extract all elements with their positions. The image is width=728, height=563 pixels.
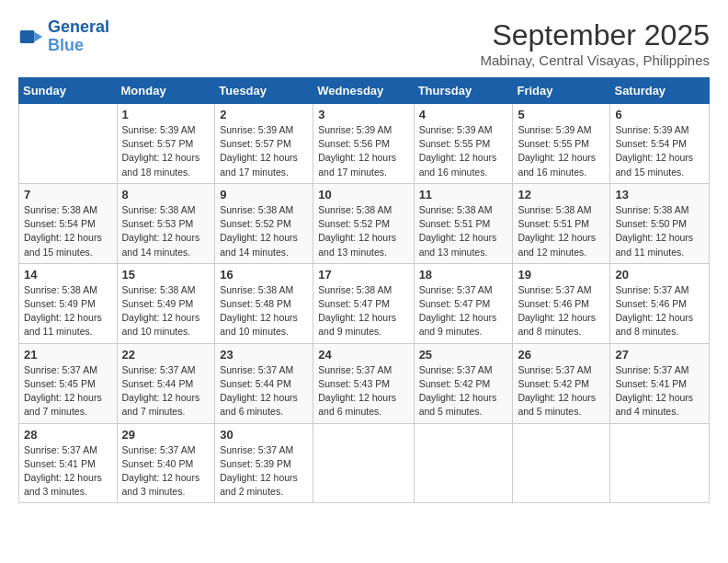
calendar-cell xyxy=(414,423,513,503)
day-number: 1 xyxy=(122,108,210,121)
day-info: Sunrise: 5:39 AM Sunset: 5:57 PM Dayligh… xyxy=(220,123,308,179)
day-number: 19 xyxy=(518,268,605,282)
calendar-cell: 14Sunrise: 5:38 AM Sunset: 5:49 PM Dayli… xyxy=(19,263,118,343)
day-number: 18 xyxy=(419,268,508,282)
weekday-header-tuesday: Tuesday xyxy=(215,78,313,104)
day-info: Sunrise: 5:38 AM Sunset: 5:51 PM Dayligh… xyxy=(518,203,605,259)
calendar-table: SundayMondayTuesdayWednesdayThursdayFrid… xyxy=(18,77,710,503)
day-info: Sunrise: 5:38 AM Sunset: 5:47 PM Dayligh… xyxy=(318,283,408,339)
calendar-cell xyxy=(19,104,118,184)
day-number: 11 xyxy=(419,188,508,201)
day-number: 20 xyxy=(615,268,704,282)
day-number: 22 xyxy=(122,348,210,362)
calendar-week-2: 7Sunrise: 5:38 AM Sunset: 5:54 PM Daylig… xyxy=(19,183,710,263)
day-number: 14 xyxy=(24,268,112,282)
weekday-header-friday: Friday xyxy=(513,78,610,104)
calendar-cell: 28Sunrise: 5:37 AM Sunset: 5:41 PM Dayli… xyxy=(19,423,118,503)
logo-icon xyxy=(18,24,44,50)
calendar-cell: 3Sunrise: 5:39 AM Sunset: 5:56 PM Daylig… xyxy=(313,104,414,184)
calendar-week-4: 21Sunrise: 5:37 AM Sunset: 5:45 PM Dayli… xyxy=(19,343,710,423)
location-title: Mabinay, Central Visayas, Philippines xyxy=(480,52,710,68)
calendar-cell: 27Sunrise: 5:37 AM Sunset: 5:41 PM Dayli… xyxy=(610,343,710,423)
calendar-cell: 10Sunrise: 5:38 AM Sunset: 5:52 PM Dayli… xyxy=(313,183,414,263)
calendar-cell: 7Sunrise: 5:38 AM Sunset: 5:54 PM Daylig… xyxy=(19,183,118,263)
day-info: Sunrise: 5:39 AM Sunset: 5:56 PM Dayligh… xyxy=(318,123,408,179)
day-number: 15 xyxy=(122,268,210,282)
day-info: Sunrise: 5:39 AM Sunset: 5:55 PM Dayligh… xyxy=(518,123,605,179)
calendar-cell: 4Sunrise: 5:39 AM Sunset: 5:55 PM Daylig… xyxy=(414,104,513,184)
calendar-cell: 18Sunrise: 5:37 AM Sunset: 5:47 PM Dayli… xyxy=(414,263,513,343)
day-number: 28 xyxy=(24,428,112,442)
day-number: 29 xyxy=(122,428,210,442)
day-info: Sunrise: 5:37 AM Sunset: 5:42 PM Dayligh… xyxy=(518,363,605,419)
weekday-header-wednesday: Wednesday xyxy=(313,78,414,104)
day-info: Sunrise: 5:38 AM Sunset: 5:53 PM Dayligh… xyxy=(122,203,210,259)
day-number: 7 xyxy=(24,188,112,201)
day-number: 4 xyxy=(419,108,508,121)
day-number: 24 xyxy=(318,348,408,362)
day-info: Sunrise: 5:38 AM Sunset: 5:50 PM Dayligh… xyxy=(615,203,704,259)
day-info: Sunrise: 5:38 AM Sunset: 5:52 PM Dayligh… xyxy=(318,203,408,259)
day-info: Sunrise: 5:37 AM Sunset: 5:45 PM Dayligh… xyxy=(24,363,112,419)
calendar-cell: 16Sunrise: 5:38 AM Sunset: 5:48 PM Dayli… xyxy=(215,263,313,343)
weekday-header-row: SundayMondayTuesdayWednesdayThursdayFrid… xyxy=(19,78,710,104)
calendar-week-1: 1Sunrise: 5:39 AM Sunset: 5:57 PM Daylig… xyxy=(19,104,710,184)
day-number: 21 xyxy=(24,348,112,362)
weekday-header-monday: Monday xyxy=(117,78,215,104)
weekday-header-sunday: Sunday xyxy=(19,78,118,104)
day-info: Sunrise: 5:38 AM Sunset: 5:54 PM Dayligh… xyxy=(24,203,112,259)
title-section: September 2025 Mabinay, Central Visayas,… xyxy=(480,18,710,68)
day-number: 6 xyxy=(615,108,704,121)
calendar-cell: 17Sunrise: 5:38 AM Sunset: 5:47 PM Dayli… xyxy=(313,263,414,343)
day-number: 2 xyxy=(220,108,308,121)
day-info: Sunrise: 5:37 AM Sunset: 5:41 PM Dayligh… xyxy=(615,363,704,419)
calendar-cell: 5Sunrise: 5:39 AM Sunset: 5:55 PM Daylig… xyxy=(513,104,610,184)
calendar-cell: 1Sunrise: 5:39 AM Sunset: 5:57 PM Daylig… xyxy=(117,104,215,184)
day-info: Sunrise: 5:38 AM Sunset: 5:52 PM Dayligh… xyxy=(220,203,308,259)
calendar-cell: 29Sunrise: 5:37 AM Sunset: 5:40 PM Dayli… xyxy=(117,423,215,503)
day-number: 12 xyxy=(518,188,605,201)
day-info: Sunrise: 5:37 AM Sunset: 5:43 PM Dayligh… xyxy=(318,363,408,419)
day-number: 26 xyxy=(518,348,605,362)
calendar-cell: 30Sunrise: 5:37 AM Sunset: 5:39 PM Dayli… xyxy=(215,423,313,503)
calendar-cell: 12Sunrise: 5:38 AM Sunset: 5:51 PM Dayli… xyxy=(513,183,610,263)
calendar-cell: 22Sunrise: 5:37 AM Sunset: 5:44 PM Dayli… xyxy=(117,343,215,423)
calendar-cell: 21Sunrise: 5:37 AM Sunset: 5:45 PM Dayli… xyxy=(19,343,118,423)
day-number: 16 xyxy=(220,268,308,282)
day-info: Sunrise: 5:37 AM Sunset: 5:46 PM Dayligh… xyxy=(615,283,704,339)
day-info: Sunrise: 5:38 AM Sunset: 5:51 PM Dayligh… xyxy=(419,203,508,259)
day-info: Sunrise: 5:37 AM Sunset: 5:41 PM Dayligh… xyxy=(24,443,112,500)
day-number: 3 xyxy=(318,108,408,121)
day-number: 9 xyxy=(220,188,308,201)
day-number: 5 xyxy=(518,108,605,121)
calendar-week-5: 28Sunrise: 5:37 AM Sunset: 5:41 PM Dayli… xyxy=(19,423,710,503)
day-number: 23 xyxy=(220,348,308,362)
day-info: Sunrise: 5:37 AM Sunset: 5:47 PM Dayligh… xyxy=(419,283,508,339)
logo-text: General Blue xyxy=(48,18,109,55)
calendar-cell: 8Sunrise: 5:38 AM Sunset: 5:53 PM Daylig… xyxy=(117,183,215,263)
calendar-week-3: 14Sunrise: 5:38 AM Sunset: 5:49 PM Dayli… xyxy=(19,263,710,343)
logo: General Blue xyxy=(18,18,109,55)
day-info: Sunrise: 5:39 AM Sunset: 5:54 PM Dayligh… xyxy=(615,123,704,179)
calendar-cell: 15Sunrise: 5:38 AM Sunset: 5:49 PM Dayli… xyxy=(117,263,215,343)
day-info: Sunrise: 5:38 AM Sunset: 5:48 PM Dayligh… xyxy=(220,283,308,339)
day-number: 8 xyxy=(122,188,210,201)
day-number: 27 xyxy=(615,348,704,362)
calendar-cell: 24Sunrise: 5:37 AM Sunset: 5:43 PM Dayli… xyxy=(313,343,414,423)
day-info: Sunrise: 5:37 AM Sunset: 5:42 PM Dayligh… xyxy=(419,363,508,419)
day-number: 30 xyxy=(220,428,308,442)
calendar-cell: 13Sunrise: 5:38 AM Sunset: 5:50 PM Dayli… xyxy=(610,183,710,263)
svg-rect-0 xyxy=(20,30,35,43)
day-info: Sunrise: 5:39 AM Sunset: 5:55 PM Dayligh… xyxy=(419,123,508,179)
day-info: Sunrise: 5:39 AM Sunset: 5:57 PM Dayligh… xyxy=(122,123,210,179)
day-number: 10 xyxy=(318,188,408,201)
weekday-header-saturday: Saturday xyxy=(610,78,710,104)
day-info: Sunrise: 5:37 AM Sunset: 5:46 PM Dayligh… xyxy=(518,283,605,339)
day-number: 13 xyxy=(615,188,704,201)
month-title: September 2025 xyxy=(480,18,710,52)
calendar-cell xyxy=(610,423,710,503)
calendar-cell: 19Sunrise: 5:37 AM Sunset: 5:46 PM Dayli… xyxy=(513,263,610,343)
calendar-cell xyxy=(513,423,610,503)
svg-marker-1 xyxy=(35,32,43,42)
calendar-cell: 20Sunrise: 5:37 AM Sunset: 5:46 PM Dayli… xyxy=(610,263,710,343)
